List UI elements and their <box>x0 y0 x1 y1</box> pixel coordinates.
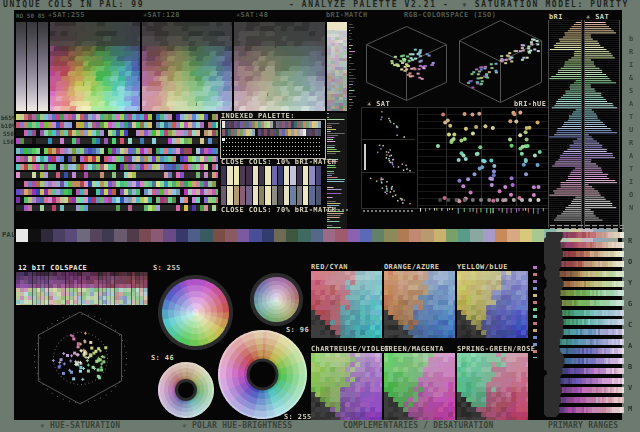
pal-color-cell[interactable] <box>384 229 396 242</box>
pal-color-cell[interactable] <box>495 229 507 242</box>
brihue-tick-row <box>418 208 548 216</box>
pal-color-cell[interactable] <box>225 229 237 242</box>
rgb-cube-left <box>360 22 452 104</box>
pal-color-cell[interactable] <box>139 229 151 242</box>
pal-color-cell[interactable] <box>249 229 261 242</box>
close-col-swatch[interactable] <box>221 186 226 205</box>
polar-donut-s255 <box>218 330 307 419</box>
pal-color-cell[interactable] <box>274 229 286 242</box>
pal-color-cell[interactable] <box>483 229 495 242</box>
close-col-swatch[interactable] <box>246 166 251 185</box>
colspace12-tiles <box>16 272 148 305</box>
primary-ranges-caption: PRIMARY RANGES <box>548 422 618 430</box>
sat48-label: ✳SAT:48 <box>236 11 268 19</box>
pal-color-cell[interactable] <box>237 229 249 242</box>
xsat-scatter-plot <box>362 108 415 206</box>
indexed-palette-grid <box>222 121 322 155</box>
close-col-swatch[interactable] <box>297 186 302 205</box>
close-col-swatch[interactable] <box>265 166 270 185</box>
close-col-swatch[interactable] <box>272 186 277 205</box>
pal-color-cell[interactable] <box>335 229 347 242</box>
circle4-label: S: 255 <box>284 413 312 421</box>
close-col-swatch[interactable] <box>278 166 283 185</box>
pal-color-cell[interactable] <box>421 229 433 242</box>
close-col-swatch[interactable] <box>278 186 283 205</box>
pal-color-cell[interactable] <box>470 229 482 242</box>
close-col-swatch[interactable] <box>303 166 308 185</box>
field-green-magenta <box>384 353 455 420</box>
close-col-swatch[interactable] <box>221 166 226 185</box>
pal-color-cell[interactable] <box>434 229 446 242</box>
close-col-swatch[interactable] <box>316 186 321 205</box>
bri-saturation-bar-chart <box>548 20 620 228</box>
close-col-swatch[interactable] <box>284 186 289 205</box>
pal-color-cell[interactable] <box>114 229 126 242</box>
close-col-swatch[interactable] <box>265 186 270 205</box>
pal-color-cell[interactable] <box>65 229 77 242</box>
close-col-swatch[interactable] <box>303 186 308 205</box>
colspace12-title: 12 bIT COLSPACE <box>18 264 87 272</box>
pal-color-cell[interactable] <box>360 229 372 242</box>
pal-color-cell[interactable] <box>458 229 470 242</box>
close-col-swatch[interactable] <box>227 186 232 205</box>
pal-color-cell[interactable] <box>90 229 102 242</box>
pal-color-cell[interactable] <box>53 229 65 242</box>
pal-color-cell[interactable] <box>28 229 40 242</box>
pal-color-cell[interactable] <box>176 229 188 242</box>
pal-color-cell[interactable] <box>41 229 53 242</box>
close-col-swatch[interactable] <box>284 166 289 185</box>
close-col-swatch[interactable] <box>290 186 295 205</box>
pal-color-cell[interactable] <box>409 229 421 242</box>
primary-range-letter: R <box>628 237 632 245</box>
pal-color-cell[interactable] <box>372 229 384 242</box>
pal-color-cell[interactable] <box>262 229 274 242</box>
close-col-swatch[interactable] <box>297 166 302 185</box>
close-col-swatch[interactable] <box>234 166 239 185</box>
pal-color-cell[interactable] <box>102 229 114 242</box>
analyze-palette-app: UNIQUE COLS IN PAL: 99 - ANALYZE PALETTE… <box>0 0 640 432</box>
pal-color-cell[interactable] <box>520 229 532 242</box>
close-col-swatch[interactable] <box>240 186 245 205</box>
pal-color-cell[interactable] <box>348 229 360 242</box>
close-col-swatch[interactable] <box>253 186 258 205</box>
pal-color-cell[interactable] <box>213 229 225 242</box>
pal-color-cell[interactable] <box>163 229 175 242</box>
close-col-swatch[interactable] <box>309 186 314 205</box>
close-cols-70-title: CLOSE COLS: 70% bRI-MATCH <box>221 206 336 214</box>
pal-color-cell[interactable] <box>298 229 310 242</box>
pal-color-cell[interactable] <box>77 229 89 242</box>
pal-color-cell[interactable] <box>151 229 163 242</box>
primary-range-letter: A <box>628 342 632 350</box>
palette-strip[interactable] <box>16 229 618 242</box>
pal-color-cell[interactable] <box>286 229 298 242</box>
pal-color-cell[interactable] <box>311 229 323 242</box>
pal-color-cell[interactable] <box>200 229 212 242</box>
pal-color-cell[interactable] <box>127 229 139 242</box>
pal-color-cell[interactable] <box>397 229 409 242</box>
pal-color-cell[interactable] <box>323 229 335 242</box>
pal-color-cell[interactable] <box>532 229 544 242</box>
close-col-swatch[interactable] <box>246 186 251 205</box>
panel-red-cyan-label: RED/CYAN <box>311 263 348 271</box>
polar-donut-s46 <box>158 362 214 418</box>
gray-ramp-column-1 <box>16 22 26 111</box>
primary-range-letter: V <box>628 384 632 392</box>
close-col-swatch[interactable] <box>309 166 314 185</box>
close-col-swatch[interactable] <box>259 166 264 185</box>
close-col-swatch[interactable] <box>272 166 277 185</box>
polar-circle-s96 <box>250 273 303 326</box>
pal-label: PAL <box>2 231 16 239</box>
close-col-swatch[interactable] <box>240 166 245 185</box>
pal-color-cell[interactable] <box>446 229 458 242</box>
close-col-swatch[interactable] <box>259 186 264 205</box>
pal-color-cell[interactable] <box>188 229 200 242</box>
pal-color-cell[interactable] <box>507 229 519 242</box>
pal-color-cell[interactable] <box>16 229 28 242</box>
close-cols-10-title: CLOSE COLS: 10% bRI-MATCH <box>221 158 336 166</box>
close-col-swatch[interactable] <box>234 186 239 205</box>
close-col-swatch[interactable] <box>227 166 232 185</box>
close-col-swatch[interactable] <box>290 166 295 185</box>
row-label-b65: b65% <box>1 114 15 122</box>
close-col-swatch[interactable] <box>316 166 321 185</box>
close-col-swatch[interactable] <box>253 166 258 185</box>
